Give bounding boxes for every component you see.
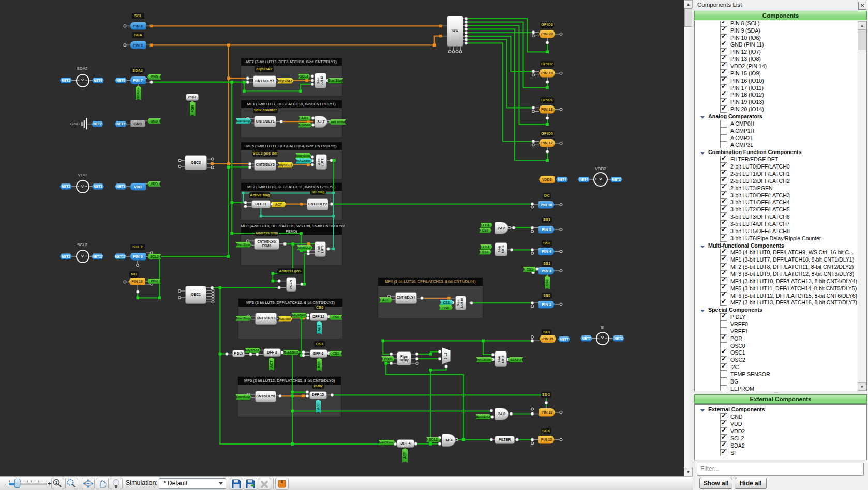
svg-text:1: 1: [55, 480, 58, 485]
